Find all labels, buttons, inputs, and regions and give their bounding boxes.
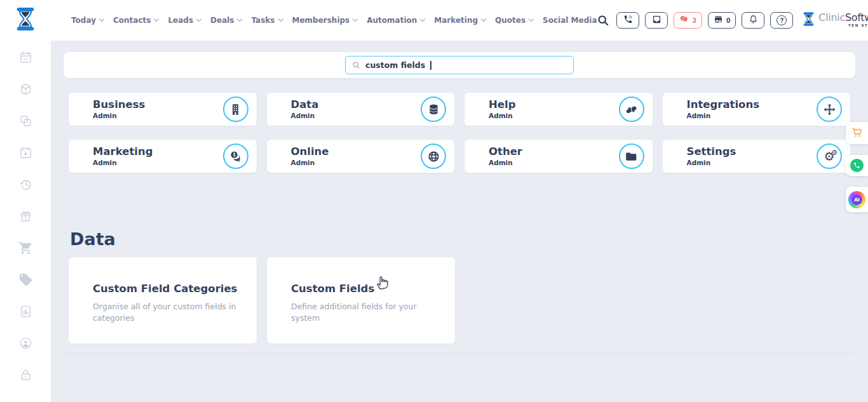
category-title: Marketing <box>93 146 153 157</box>
calendar-import-icon[interactable] <box>18 145 33 160</box>
nav-item-tasks[interactable]: Tasks <box>251 16 282 25</box>
topbar-actions: 3 0 ? ClinicSoftware.com <box>597 10 868 31</box>
help-button[interactable]: ? <box>770 12 793 29</box>
chevron-down-icon <box>529 17 534 22</box>
inbox-button[interactable] <box>645 12 668 29</box>
search-icon[interactable] <box>597 14 609 27</box>
ai-label: AI <box>851 194 862 205</box>
search-input[interactable]: custom fields <box>345 56 574 74</box>
phone-button[interactable] <box>616 12 639 29</box>
database-icon <box>421 97 446 122</box>
nav-label: Automation <box>367 16 417 25</box>
hourglass-logo-small-icon <box>803 11 815 29</box>
mouse-cursor-icon <box>375 271 392 291</box>
app-logo[interactable] <box>0 6 51 34</box>
chevron-down-icon <box>154 17 159 22</box>
result-card-custom-fields[interactable]: Custom Fields Define additional fields f… <box>267 257 455 344</box>
floating-whatsapp-button[interactable] <box>846 155 868 176</box>
nav-item-today[interactable]: Today <box>71 16 104 25</box>
brand-name: ClinicSoftware.com <box>818 13 868 23</box>
section-divider <box>64 353 855 354</box>
whatsapp-icon <box>850 159 864 172</box>
chevron-down-icon <box>420 17 425 22</box>
category-title: Settings <box>687 146 736 157</box>
nav-label: Contacts <box>113 16 151 25</box>
category-subtitle: Admin <box>291 112 319 119</box>
gift-icon[interactable] <box>18 209 33 224</box>
cart-orange-icon <box>851 126 864 141</box>
ai-assistant-icon: AI <box>848 191 865 208</box>
move-arrows-icon <box>817 97 842 122</box>
nav-item-deals[interactable]: Deals <box>210 16 241 25</box>
floating-ai-button[interactable]: AI <box>846 187 868 212</box>
category-grid: BusinessAdmin DataAdmin HelpAdmin Integr… <box>69 93 850 173</box>
result-title: Custom Field Categories <box>93 283 239 295</box>
nav-label: Deals <box>210 16 234 25</box>
category-subtitle: Admin <box>93 159 153 166</box>
history-icon[interactable] <box>18 177 33 192</box>
category-card-business[interactable]: BusinessAdmin <box>69 93 257 126</box>
text-caret <box>430 61 431 70</box>
main-nav: Today Contacts Leads Deals Tasks Members… <box>71 16 597 25</box>
category-card-data[interactable]: DataAdmin <box>267 93 455 126</box>
nav-item-social-media[interactable]: Social Media <box>543 16 597 25</box>
tags-icon[interactable] <box>18 272 33 287</box>
bell-icon <box>749 15 758 26</box>
nav-label: Marketing <box>434 16 478 25</box>
nav-item-leads[interactable]: Leads <box>168 16 201 25</box>
category-card-other[interactable]: OtherAdmin <box>465 140 653 173</box>
chat-dollar-icon <box>223 144 248 169</box>
search-bar-panel: custom fields <box>64 52 855 78</box>
user-circle-icon[interactable] <box>18 336 33 351</box>
notifications-button[interactable] <box>742 12 764 29</box>
package-icon[interactable] <box>18 82 33 97</box>
chevron-down-icon <box>99 17 104 22</box>
folder-icon <box>619 144 644 169</box>
category-subtitle: Admin <box>687 159 736 166</box>
nav-label: Quotes <box>495 16 526 25</box>
nav-item-automation[interactable]: Automation <box>367 16 424 25</box>
nav-label: Social Media <box>543 16 597 25</box>
calendar-icon[interactable]: 12 <box>18 50 33 65</box>
copy-icon[interactable] <box>18 114 33 128</box>
category-card-help[interactable]: HelpAdmin <box>465 93 653 126</box>
inbox-icon <box>652 15 661 26</box>
category-subtitle: Admin <box>489 112 515 119</box>
chat-button[interactable]: 3 <box>674 12 702 29</box>
cart-icon[interactable] <box>18 241 33 255</box>
category-card-integrations[interactable]: IntegrationsAdmin <box>663 93 851 126</box>
nav-item-memberships[interactable]: Memberships <box>292 16 358 25</box>
store-button[interactable]: 0 <box>708 12 736 29</box>
nav-item-quotes[interactable]: Quotes <box>495 16 533 25</box>
category-title: Data <box>291 99 319 111</box>
result-card-custom-field-categories[interactable]: Custom Field Categories Organise all of … <box>69 257 257 344</box>
category-card-online[interactable]: OnlineAdmin <box>267 140 455 173</box>
building-icon <box>223 97 248 122</box>
nav-item-marketing[interactable]: Marketing <box>434 16 485 25</box>
category-subtitle: Admin <box>291 159 329 166</box>
brand-text: ClinicSoftware.com TEN STEPS AHEAD <box>818 13 868 28</box>
search-field-icon <box>352 61 360 69</box>
chevron-down-icon <box>196 17 201 22</box>
clinicsoftware-logo[interactable]: ClinicSoftware.com TEN STEPS AHEAD <box>803 11 868 29</box>
chevron-down-icon <box>237 17 242 22</box>
gear-glyph-small: ⚙ <box>831 149 837 156</box>
handshake-icon <box>619 97 644 122</box>
chevron-down-icon <box>353 17 358 22</box>
category-subtitle: Admin <box>93 112 145 119</box>
globe-icon <box>421 144 446 169</box>
brand-part1: Clinic <box>818 11 845 23</box>
nav-label: Tasks <box>251 16 275 25</box>
report-icon[interactable] <box>18 304 33 319</box>
floating-cart-button[interactable] <box>846 122 868 144</box>
chat-count-badge: 3 <box>692 17 696 24</box>
nav-label: Leads <box>168 16 193 25</box>
result-description: Organise all of your custom fields in ca… <box>93 301 239 324</box>
category-card-marketing[interactable]: MarketingAdmin <box>69 140 257 173</box>
nav-label: Today <box>71 16 96 25</box>
nav-item-contacts[interactable]: Contacts <box>113 16 158 25</box>
lock-icon[interactable] <box>18 368 33 382</box>
storefront-icon <box>714 15 723 26</box>
main-content: custom fields BusinessAdmin DataAdmin He… <box>51 41 868 402</box>
category-card-settings[interactable]: SettingsAdmin ⚙ ⚙ <box>663 140 851 173</box>
